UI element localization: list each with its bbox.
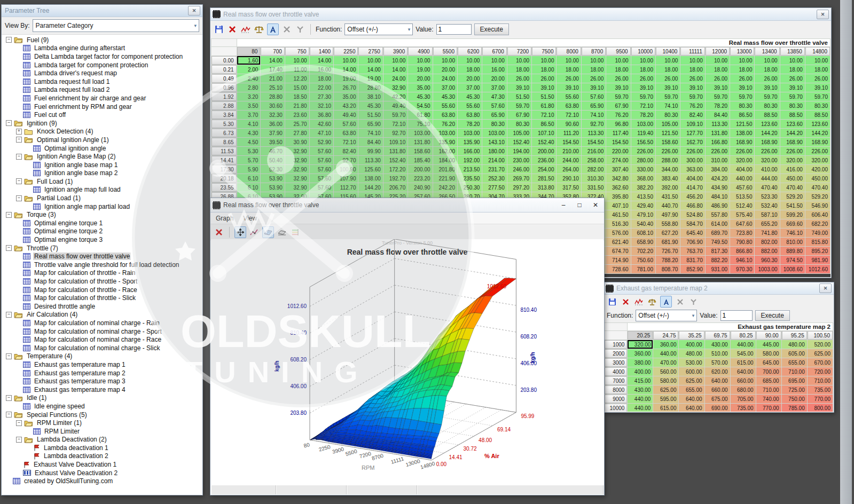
map-cell[interactable]: 80.30	[656, 111, 680, 119]
map-cell[interactable]: 320.00	[628, 340, 653, 349]
map-cell[interactable]: 72.10	[631, 101, 655, 110]
map-cell[interactable]: 424.20	[706, 174, 730, 183]
map-cell[interactable]: 36.00	[261, 120, 285, 128]
tree-item[interactable]: Throttle valve angle threshold for full …	[3, 261, 201, 269]
row-header[interactable]: 9000	[605, 395, 627, 403]
map-cell[interactable]: 14.00	[310, 56, 334, 65]
map-cell[interactable]: 67.90	[606, 101, 630, 110]
tree-item[interactable]: Fuel enrichment by RPM and gear	[3, 103, 201, 111]
row-header[interactable]: 1000	[605, 340, 627, 349]
map-cell[interactable]: 415.00	[628, 376, 653, 385]
tree-item[interactable]: Exhaust Valve Deactivation 2	[3, 469, 201, 477]
map-cell[interactable]: 788.20	[656, 256, 680, 264]
map-cell[interactable]: 457.60	[730, 183, 754, 192]
map-cell[interactable]: 725.00	[782, 385, 807, 394]
map-cell[interactable]: 307.40	[606, 165, 630, 174]
map-cell[interactable]: 192.70	[383, 174, 408, 183]
map-cell[interactable]: 55.60	[458, 101, 482, 110]
map-cell[interactable]: 88.50	[755, 111, 779, 119]
tree-item[interactable]: Optimal ignition angle	[3, 144, 201, 153]
tree-item[interactable]: Exhaust gas temperature map 3	[3, 377, 201, 385]
map-cell[interactable]: 710.00	[782, 367, 807, 376]
map-cell[interactable]: 82.40	[334, 147, 358, 155]
map-cell[interactable]: 20.00	[482, 74, 506, 83]
map-cell[interactable]: 59.70	[656, 92, 680, 101]
map-cell[interactable]: 3.70	[237, 111, 261, 119]
map-cell[interactable]: 470.40	[755, 183, 779, 192]
map-cell[interactable]: 4.50	[237, 138, 261, 146]
map-cell[interactable]: 103.00	[408, 129, 432, 137]
map-cell[interactable]: 770.00	[808, 395, 833, 403]
map-cell[interactable]: 59.70	[755, 92, 779, 101]
map-cell[interactable]: 144.20	[780, 129, 805, 137]
map-cell[interactable]: 72.10	[334, 138, 358, 146]
map-cell[interactable]: 26.00	[656, 74, 680, 83]
tree-item[interactable]: Ignition angle base map 2	[3, 169, 201, 178]
row-header[interactable]: 7000	[605, 376, 627, 385]
view-by-select[interactable]: Parameter Category ▾	[33, 19, 199, 32]
map-cell[interactable]: 49.40	[334, 111, 358, 119]
map-cell[interactable]: 595.00	[653, 395, 678, 403]
map-cell[interactable]: 24.00	[383, 74, 408, 83]
map-cell[interactable]: 18.00	[680, 65, 704, 74]
map-cell[interactable]: 131.80	[408, 138, 432, 146]
map-cell[interactable]: 10.00	[805, 56, 830, 65]
column-header[interactable]: 2250	[334, 47, 358, 56]
map-cell[interactable]: 144.20	[358, 183, 382, 192]
tree-item[interactable]: Lambda deactivation 1	[3, 444, 201, 452]
map-cell[interactable]: 72.10	[557, 111, 581, 119]
map-cell[interactable]: 86.50	[532, 120, 556, 128]
map-cell[interactable]: 674.70	[606, 247, 630, 255]
map-cell[interactable]: 135.90	[433, 138, 457, 146]
map-cell[interactable]: 735.00	[731, 404, 756, 412]
map-cell[interactable]: 254.00	[532, 165, 556, 174]
map-cell[interactable]: 20.00	[458, 74, 482, 83]
map-cell[interactable]: 78.20	[631, 111, 655, 119]
map-cell[interactable]: 72.10	[532, 111, 556, 119]
tree-item[interactable]: −Partial Load (1)	[3, 194, 201, 202]
map-cell[interactable]: 258.00	[582, 156, 606, 164]
map-cell[interactable]: 154.50	[557, 138, 581, 146]
map-cell[interactable]: 57.60	[310, 174, 334, 183]
map-cell[interactable]: 810.00	[780, 238, 805, 246]
map-cell[interactable]: 740.00	[756, 395, 781, 403]
map-cell[interactable]: 226.00	[680, 147, 704, 155]
map-cell[interactable]: 10.00	[482, 56, 506, 65]
map-cell[interactable]: 37.00	[458, 83, 482, 92]
map-cell[interactable]: 461.50	[606, 210, 630, 219]
column-header[interactable]: 2750	[358, 47, 382, 56]
map-cell[interactable]: 560.00	[653, 367, 678, 376]
map-cell[interactable]: 103.00	[433, 129, 457, 137]
map-cell[interactable]: 30.90	[285, 138, 309, 146]
map-cell[interactable]: 61.80	[408, 111, 432, 119]
row-header[interactable]: 3.84	[211, 111, 237, 119]
map-cell[interactable]: 172.20	[383, 165, 408, 174]
map-cell[interactable]: 621.40	[606, 238, 630, 246]
tree-item[interactable]: Desired throttle angle	[3, 302, 201, 311]
map-cell[interactable]: 26.00	[805, 74, 830, 83]
map-cell[interactable]: 63.80	[334, 129, 358, 137]
map-cell[interactable]: 135.90	[458, 138, 482, 146]
column-header[interactable]: 69.75	[705, 331, 730, 340]
map-cell[interactable]: 200.00	[408, 165, 432, 174]
map-cell[interactable]: 103.00	[458, 129, 482, 137]
tree-title-bar[interactable]: Parameter Tree ✕	[2, 5, 202, 17]
map-cell[interactable]: 655.20	[755, 219, 779, 228]
map-cell[interactable]: 606.40	[805, 210, 830, 219]
map-cell[interactable]: 25.70	[285, 120, 309, 128]
column-header[interactable]: 13400	[755, 47, 779, 56]
map-cell[interactable]: 220.00	[606, 147, 630, 155]
map-cell[interactable]: 55.60	[433, 101, 457, 110]
map-cell[interactable]: 726.70	[656, 247, 680, 255]
graph-title-bar[interactable]: Real mass flow over throttle valve – □ ✕	[210, 198, 604, 212]
map-cell[interactable]: 138.00	[358, 174, 382, 183]
map-cell[interactable]: 640.00	[679, 404, 704, 412]
map-cell[interactable]: 11.00	[285, 65, 309, 74]
map-cell[interactable]: 168.90	[755, 138, 779, 146]
map-cell[interactable]: 802.00	[755, 238, 779, 246]
map-cell[interactable]: 39.10	[582, 83, 606, 92]
column-header[interactable]: 10000	[631, 47, 655, 56]
map-cell[interactable]: 320.00	[755, 156, 779, 164]
map-cell[interactable]: 320.00	[805, 156, 830, 164]
map-cell[interactable]: 26.00	[557, 74, 581, 83]
